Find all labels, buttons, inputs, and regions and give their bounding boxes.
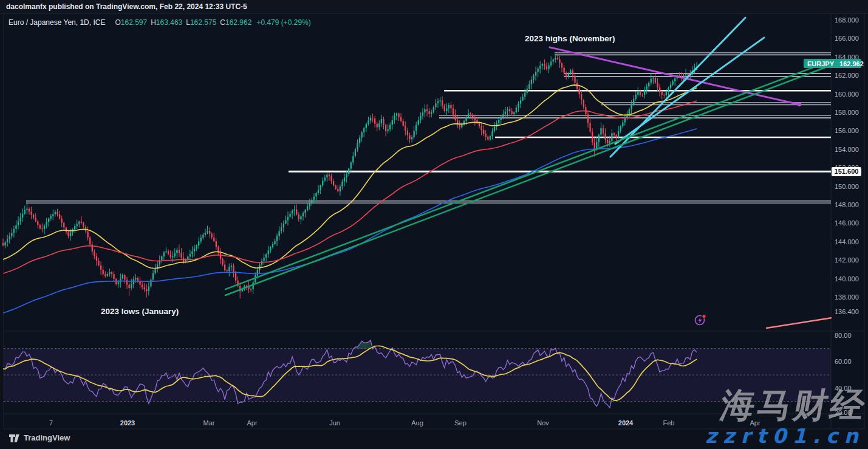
price-axis-label: 150.000	[835, 182, 866, 191]
price-axis-label: 144.000	[835, 238, 866, 246]
price-chart-canvas[interactable]	[0, 0, 868, 449]
time-axis-label: Mar	[203, 419, 215, 427]
tradingview-brand-text: TradingView	[24, 433, 70, 442]
ohlc-key: O	[115, 18, 120, 27]
price-axis-label: 146.000	[835, 219, 866, 227]
tradingview-published-chart: dacolmanfx published on TradingView.com,…	[0, 0, 868, 449]
price-axis-label: 140.000	[835, 275, 866, 283]
price-axis-label: 162.000	[835, 71, 866, 80]
ohlc-values: O162.597H163.463L162.575C162.962	[111, 18, 251, 27]
price-axis-label: 136.400	[835, 307, 866, 316]
ohlc-key: C	[220, 18, 225, 27]
time-axis-label: 2023	[120, 419, 135, 427]
time-axis-label: Sep	[454, 419, 466, 427]
rsi-pane	[3, 340, 831, 408]
time-axis-label: Apr	[247, 419, 257, 427]
rsi-axis-label: 80.00	[835, 331, 866, 340]
ohlc-value: 162.597	[121, 18, 147, 27]
last-price-badge-symbol: EURJPY	[804, 60, 837, 67]
flash-icon	[694, 313, 707, 326]
rsi-axis-label: 60.00	[835, 357, 866, 366]
time-axis-label: Aug	[411, 419, 423, 427]
ohlc-key: H	[151, 18, 156, 27]
ohlc-value: 163.463	[156, 18, 182, 27]
price-axis-label: 158.000	[835, 108, 866, 117]
price-axis-label: 148.000	[835, 201, 866, 209]
ohlc-value: 162.575	[190, 18, 216, 27]
time-axis-label: 7	[49, 419, 53, 427]
price-axis-label: 160.000	[835, 90, 866, 98]
price-axis-label: 154.000	[835, 145, 866, 154]
annotation-2023-highs: 2023 highs (November)	[525, 34, 615, 43]
time-axis-label: 2024	[618, 419, 633, 427]
price-axis-label: 156.000	[835, 126, 866, 135]
last-price-badge-value: 162.962	[837, 60, 866, 67]
annotation-2023-lows: 2023 lows (January)	[101, 307, 179, 316]
symbol-title: Euro / Japanese Yen, 1D, ICE	[9, 18, 105, 27]
time-axis-label: Nov	[537, 419, 549, 427]
chart-legend: Euro / Japanese Yen, 1D, ICEO162.597H163…	[9, 18, 311, 27]
watermark-cjk: 海马财经	[717, 383, 868, 429]
tradingview-logo-icon	[9, 433, 20, 443]
price-axis-label: 166.000	[835, 34, 866, 43]
price-axis-label: 142.000	[835, 256, 866, 264]
time-axis-label: Jun	[329, 419, 340, 427]
last-price-badge: EURJPY 162.962	[804, 59, 861, 68]
price-axis-label: 138.000	[835, 293, 866, 301]
time-axis-label: Feb	[663, 419, 675, 427]
level-price-badge: 151.600	[832, 167, 861, 176]
watermark-url: zzrt01.cn	[705, 424, 864, 448]
ohlc-value: 162.962	[225, 18, 251, 27]
tradingview-footer[interactable]: TradingView	[9, 433, 70, 443]
ohlc-key: L	[186, 18, 190, 27]
price-axis-label: 168.000	[835, 16, 866, 24]
change-value: +0.479 (+0.29%)	[256, 18, 310, 27]
